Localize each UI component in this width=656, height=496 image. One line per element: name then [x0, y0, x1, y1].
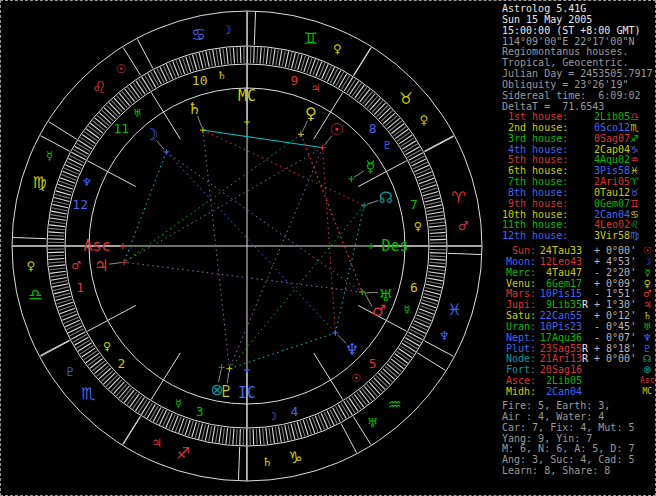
degree-tick [219, 427, 221, 443]
degree-tick [230, 48, 231, 64]
degree-tick [357, 392, 367, 405]
degree-tick [67, 323, 82, 330]
degree-tick [170, 63, 176, 78]
house-ruler-icon: ♃ [311, 82, 321, 95]
house-number: 9 [290, 73, 298, 88]
degree-tick [318, 415, 324, 430]
house-number: 3 [196, 404, 204, 419]
degree-tick [52, 281, 68, 284]
degree-tick [401, 138, 414, 147]
leo-icon: ♌ [92, 78, 106, 97]
degree-tick [127, 87, 137, 100]
degree-tick [166, 413, 173, 428]
planet-pointer-line [109, 263, 121, 265]
midheaven-icon: MC [640, 387, 654, 398]
house-ruler-icon: ♇ [382, 139, 392, 152]
degree-tick [240, 429, 241, 445]
degree-tick [357, 87, 367, 100]
degree-tick [393, 356, 406, 366]
degree-tick [141, 401, 149, 415]
degree-tick [65, 320, 80, 326]
degree-tick [52, 284, 68, 287]
degree-tick [209, 51, 212, 67]
degree-tick [430, 259, 446, 260]
house-label: 12th house: [502, 231, 570, 242]
house-number: 5 [369, 356, 377, 371]
house-ruler-icon: ♀ [414, 220, 422, 233]
degree-tick [424, 291, 440, 295]
degree-tick [50, 221, 66, 223]
degree-tick [49, 268, 65, 270]
degree-tick [427, 278, 443, 281]
degree-tick [273, 49, 275, 65]
velocity-value: - 2°20' [588, 268, 640, 279]
house-label: 9th house: [502, 199, 570, 210]
degree-tick [266, 428, 268, 444]
degree-tick [51, 278, 67, 281]
asc-label: Asc [83, 237, 110, 255]
libra-icon: ♎ [28, 285, 42, 304]
degree-tick [412, 159, 426, 166]
degree-tick [324, 412, 331, 427]
planet-row: Merc:4Tau47 - 2°20'☿ [502, 268, 654, 279]
degree-tick [400, 346, 413, 355]
degree-tick [53, 287, 69, 291]
house-number: 7 [410, 197, 418, 212]
degree-tick [145, 75, 153, 89]
degree-tick [52, 208, 68, 211]
house-number: 10 [192, 73, 208, 88]
degree-tick [233, 429, 234, 445]
degree-tick [330, 409, 337, 423]
degree-tick [333, 70, 341, 84]
degree-tick [73, 149, 87, 157]
stats-block: Fire: 5, Earth: 3,Air : 4, Water: 4Car: … [502, 401, 634, 477]
degree-tick [427, 208, 443, 211]
degree-tick [402, 343, 416, 351]
degree-tick [48, 235, 64, 236]
mercury-icon: ☿ [640, 268, 654, 279]
degree-tick [428, 215, 444, 217]
degree-tick [82, 134, 95, 143]
scorpio-icon: ♏ [81, 384, 95, 403]
degree-tick [71, 332, 85, 339]
degree-tick [395, 354, 408, 363]
degree-tick [84, 132, 97, 141]
degree-tick [407, 335, 421, 343]
degree-tick [360, 89, 370, 102]
planet-pointer-line [365, 292, 378, 293]
degree-tick [73, 334, 87, 342]
degree-tick [349, 398, 358, 411]
aspect-line-sesquiquadrate [124, 148, 322, 263]
aquarius-icon: ♒ [388, 395, 402, 414]
degree-tick [139, 79, 148, 92]
house-row: 9th house:0Gem07♊ [502, 199, 639, 210]
velocity-value: + 0°00' [588, 354, 640, 365]
degree-tick [138, 399, 147, 412]
scorpio-ruler-icon: ♇ [65, 365, 76, 379]
degree-tick [425, 287, 441, 291]
degree-tick [291, 424, 295, 440]
degree-tick [256, 429, 257, 445]
degree-tick [410, 156, 424, 163]
degree-tick [260, 429, 261, 445]
degree-tick [406, 147, 420, 155]
degree-tick [64, 317, 79, 323]
aspect-line-quincunx [166, 152, 362, 292]
mercury-icon: ☿ [366, 157, 376, 176]
degree-tick [70, 329, 84, 336]
aspect-line-sextile [335, 205, 364, 333]
degree-tick [65, 165, 80, 172]
house-ruler-icon: ☽ [267, 410, 277, 423]
degree-tick [75, 146, 89, 154]
header-line: 15:00:00 (ST +8:00 GMT) [502, 26, 653, 37]
degree-tick [288, 52, 292, 68]
degree-tick [148, 74, 156, 88]
house-cusp-line [424, 136, 453, 152]
house-row: 12th house:3Vir58♍ [502, 231, 639, 242]
sign-boundary-line [425, 136, 454, 151]
house-label: 3rd house: [502, 134, 570, 145]
degree-tick [154, 70, 161, 84]
degree-tick [319, 63, 325, 78]
degree-tick [416, 169, 431, 175]
sign-boundary-line [254, 12, 255, 45]
